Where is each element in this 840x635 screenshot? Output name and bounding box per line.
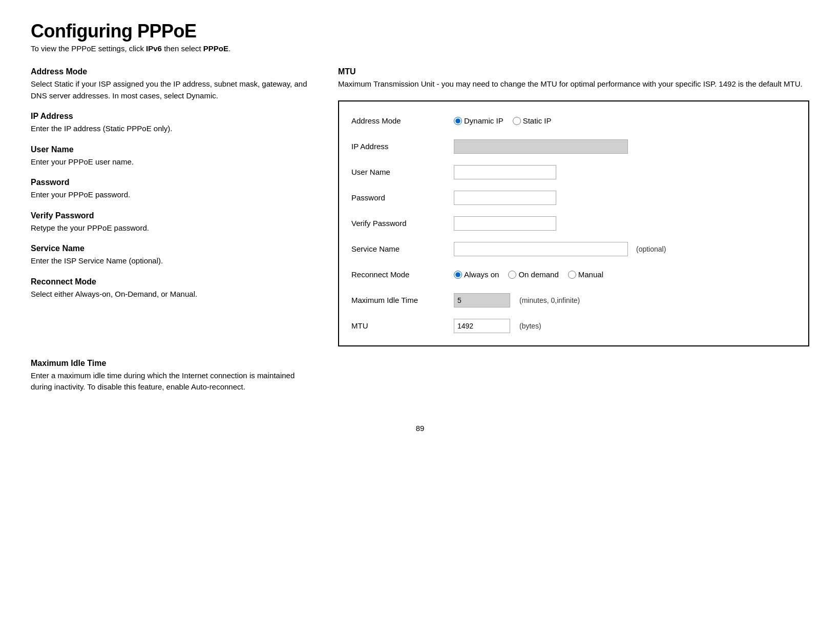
section-verify-password: Verify Password Retype the your PPPoE pa… [31,211,318,234]
form-row-mtu: MTU (bytes) [351,317,796,335]
section-body-verify-password: Retype the your PPPoE password. [31,222,318,234]
subtitle-middle: then select [162,44,203,53]
mtu-unit: (bytes) [519,322,541,330]
ip-address-controls [454,139,796,154]
form-row-address-mode: Address Mode Dynamic IP Static IP [351,112,796,130]
section-password: Password Enter your PPPoE password. [31,178,318,201]
right-column: MTU Maximum Transmission Unit - you may … [338,67,809,346]
form-row-service-name: Service Name (optional) [351,240,796,258]
form-row-user-name: User Name [351,163,796,181]
form-row-verify-password: Verify Password [351,214,796,233]
section-user-name: User Name Enter your PPPoE user name. [31,145,318,168]
ipv6-link: IPv6 [146,44,162,53]
radio-manual-input[interactable] [568,271,576,279]
service-name-controls: (optional) [454,242,796,256]
section-reconnect-mode: Reconnect Mode Select either Always-on, … [31,277,318,300]
radio-static-ip-label: Static IP [523,116,552,125]
label-max-idle-time: Maximum Idle Time [351,296,454,304]
address-mode-controls: Dynamic IP Static IP [454,116,796,125]
section-title-max-idle-time: Maximum Idle Time [31,359,318,368]
pppoe-link: PPPoE [203,44,228,53]
radio-dynamic-ip-input[interactable] [454,117,462,125]
radio-manual[interactable]: Manual [568,270,603,279]
form-row-ip-address: IP Address [351,137,796,156]
verify-password-controls [454,216,796,231]
radio-static-ip[interactable]: Static IP [513,116,552,125]
label-verify-password: Verify Password [351,219,454,228]
label-service-name: Service Name [351,244,454,253]
section-body-mtu: Maximum Transmission Unit - you may need… [338,78,809,90]
reconnect-mode-controls: Always on On demand Manual [454,270,796,279]
section-service-name: Service Name Enter the ISP Service Name … [31,244,318,267]
label-reconnect-mode: Reconnect Mode [351,270,454,279]
page-number: 89 [31,424,809,433]
verify-password-input[interactable] [454,216,556,231]
max-idle-time-controls: (minutes, 0,infinite) [454,293,796,308]
section-body-user-name: Enter your PPPoE user name. [31,156,318,168]
form-row-reconnect-mode: Reconnect Mode Always on On demand Manua… [351,265,796,284]
section-title-mtu: MTU [338,67,809,76]
mtu-controls: (bytes) [454,319,796,333]
form-row-password: Password [351,189,796,207]
radio-dynamic-ip-label: Dynamic IP [464,116,503,125]
radio-on-demand[interactable]: On demand [508,270,558,279]
label-password: Password [351,193,454,202]
radio-always-on-input[interactable] [454,271,462,279]
radio-always-on-label: Always on [464,270,499,279]
label-ip-address: IP Address [351,142,454,151]
section-body-reconnect-mode: Select either Always-on, On-Demand, or M… [31,289,318,300]
section-ip-address: IP Address Enter the IP address (Static … [31,112,318,135]
section-title-address-mode: Address Mode [31,67,318,76]
radio-manual-label: Manual [578,270,603,279]
mtu-input[interactable] [454,319,510,333]
label-address-mode: Address Mode [351,116,454,125]
section-title-password: Password [31,178,318,187]
pppoe-form-panel: Address Mode Dynamic IP Static IP IP Add… [338,100,809,346]
section-body-password: Enter your PPPoE password. [31,189,318,201]
section-body-ip-address: Enter the IP address (Static PPPoE only)… [31,123,318,135]
password-input[interactable] [454,191,556,205]
content-layout: Address Mode Select Static if your ISP a… [31,67,809,346]
user-name-controls [454,165,796,179]
page-title: Configuring PPPoE [31,21,809,42]
section-address-mode: Address Mode Select Static if your ISP a… [31,67,318,101]
section-title-user-name: User Name [31,145,318,154]
section-title-verify-password: Verify Password [31,211,318,220]
section-max-idle-time: Maximum Idle Time Enter a maximum idle t… [31,359,318,393]
radio-on-demand-input[interactable] [508,271,516,279]
radio-static-ip-input[interactable] [513,117,521,125]
password-controls [454,191,796,205]
section-title-service-name: Service Name [31,244,318,253]
user-name-input[interactable] [454,165,556,179]
section-body-max-idle-time: Enter a maximum idle time during which t… [31,370,318,393]
subtitle-end: . [228,44,230,53]
page-subtitle: To view the PPPoE settings, click IPv6 t… [31,44,809,53]
section-title-reconnect-mode: Reconnect Mode [31,277,318,286]
form-row-max-idle-time: Maximum Idle Time (minutes, 0,infinite) [351,291,796,310]
label-user-name: User Name [351,168,454,176]
section-body-address-mode: Select Static if your ISP assigned you t… [31,78,318,101]
left-column: Address Mode Select Static if your ISP a… [31,67,318,310]
radio-on-demand-label: On demand [518,270,558,279]
label-mtu: MTU [351,321,454,330]
max-idle-time-unit: (minutes, 0,infinite) [519,296,580,304]
section-title-ip-address: IP Address [31,112,318,121]
service-name-input[interactable] [454,242,628,256]
section-mtu-top: MTU Maximum Transmission Unit - you may … [338,67,809,90]
service-name-optional: (optional) [636,245,666,253]
section-body-service-name: Enter the ISP Service Name (optional). [31,255,318,267]
ip-address-input[interactable] [454,139,628,154]
radio-dynamic-ip[interactable]: Dynamic IP [454,116,503,125]
radio-always-on[interactable]: Always on [454,270,499,279]
max-idle-time-input[interactable] [454,293,510,308]
subtitle-prefix: To view the PPPoE settings, click [31,44,146,53]
